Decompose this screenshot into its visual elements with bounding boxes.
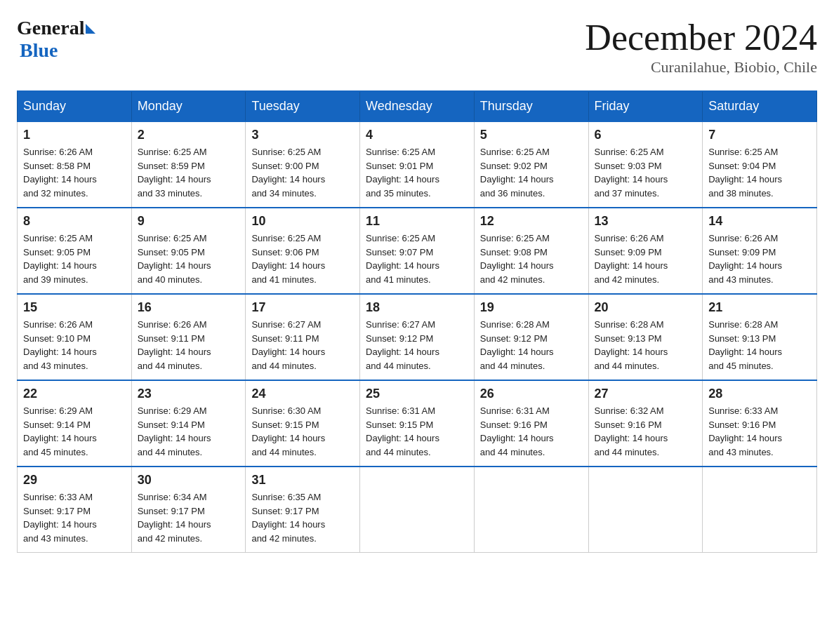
daylight-minutes: and 34 minutes. xyxy=(251,188,317,199)
calendar-week-2: 8 Sunrise: 6:25 AM Sunset: 9:05 PM Dayli… xyxy=(18,208,817,294)
day-info: Sunrise: 6:33 AM Sunset: 9:16 PM Dayligh… xyxy=(708,404,811,459)
sunset-label: Sunset: 9:17 PM xyxy=(138,506,205,516)
daylight-label: Daylight: 14 hours xyxy=(708,174,782,185)
calendar-cell: 5 Sunrise: 6:25 AM Sunset: 9:02 PM Dayli… xyxy=(474,121,588,208)
logo-arrow-icon xyxy=(86,24,95,34)
calendar-week-4: 22 Sunrise: 6:29 AM Sunset: 9:14 PM Dayl… xyxy=(18,380,817,467)
sunset-label: Sunset: 9:11 PM xyxy=(138,333,205,344)
daylight-minutes: and 39 minutes. xyxy=(23,274,88,285)
daylight-label: Daylight: 14 hours xyxy=(595,347,668,357)
daylight-label: Daylight: 14 hours xyxy=(23,260,97,271)
sunrise-label: Sunrise: 6:26 AM xyxy=(138,319,207,330)
sunset-label: Sunset: 9:13 PM xyxy=(708,333,776,344)
calendar-week-3: 15 Sunrise: 6:26 AM Sunset: 9:10 PM Dayl… xyxy=(18,294,817,380)
daylight-minutes: and 44 minutes. xyxy=(480,361,545,371)
daylight-minutes: and 35 minutes. xyxy=(366,188,431,199)
day-number: 24 xyxy=(251,387,354,401)
day-info: Sunrise: 6:31 AM Sunset: 9:16 PM Dayligh… xyxy=(480,404,583,459)
sunrise-label: Sunrise: 6:25 AM xyxy=(138,233,207,243)
calendar-cell: 26 Sunrise: 6:31 AM Sunset: 9:16 PM Dayl… xyxy=(474,380,588,467)
day-number: 21 xyxy=(708,300,811,315)
calendar-week-1: 1 Sunrise: 6:26 AM Sunset: 8:58 PM Dayli… xyxy=(18,121,817,208)
calendar-cell: 13 Sunrise: 6:26 AM Sunset: 9:09 PM Dayl… xyxy=(588,208,703,294)
daylight-minutes: and 44 minutes. xyxy=(251,447,317,457)
daylight-label: Daylight: 14 hours xyxy=(480,260,554,271)
day-number: 8 xyxy=(23,214,126,229)
daylight-minutes: and 40 minutes. xyxy=(138,274,203,285)
day-number: 11 xyxy=(366,214,468,229)
daylight-minutes: and 36 minutes. xyxy=(480,188,545,199)
calendar-cell: 25 Sunrise: 6:31 AM Sunset: 9:15 PM Dayl… xyxy=(360,380,475,467)
day-info: Sunrise: 6:25 AM Sunset: 9:01 PM Dayligh… xyxy=(366,145,468,200)
calendar-cell: 19 Sunrise: 6:28 AM Sunset: 9:12 PM Dayl… xyxy=(474,294,588,380)
sunrise-label: Sunrise: 6:25 AM xyxy=(251,233,321,243)
daylight-label: Daylight: 14 hours xyxy=(138,347,211,357)
sunrise-label: Sunrise: 6:29 AM xyxy=(23,405,93,416)
daylight-label: Daylight: 14 hours xyxy=(23,347,97,357)
sunset-label: Sunset: 9:16 PM xyxy=(708,420,776,430)
calendar-cell: 1 Sunrise: 6:26 AM Sunset: 8:58 PM Dayli… xyxy=(18,121,132,208)
day-number: 9 xyxy=(138,214,240,229)
sunrise-label: Sunrise: 6:30 AM xyxy=(251,405,321,416)
day-number: 16 xyxy=(138,300,240,315)
calendar-cell xyxy=(360,467,475,553)
day-number: 7 xyxy=(708,128,811,142)
daylight-label: Daylight: 14 hours xyxy=(251,174,325,185)
day-info: Sunrise: 6:35 AM Sunset: 9:17 PM Dayligh… xyxy=(251,490,354,545)
day-info: Sunrise: 6:26 AM Sunset: 8:58 PM Dayligh… xyxy=(23,145,126,200)
daylight-label: Daylight: 14 hours xyxy=(366,174,439,185)
day-info: Sunrise: 6:25 AM Sunset: 9:05 PM Dayligh… xyxy=(138,232,240,286)
sunset-label: Sunset: 9:17 PM xyxy=(251,506,319,516)
weekday-header-sunday: Sunday xyxy=(18,91,132,121)
sunset-label: Sunset: 9:05 PM xyxy=(138,247,205,257)
day-number: 20 xyxy=(595,300,697,315)
sunset-label: Sunset: 9:15 PM xyxy=(251,420,319,430)
daylight-minutes: and 45 minutes. xyxy=(23,447,88,457)
sunset-label: Sunset: 9:01 PM xyxy=(366,161,433,171)
calendar-cell: 7 Sunrise: 6:25 AM Sunset: 9:04 PM Dayli… xyxy=(703,121,817,208)
day-info: Sunrise: 6:28 AM Sunset: 9:13 PM Dayligh… xyxy=(708,318,811,373)
sunset-label: Sunset: 9:08 PM xyxy=(480,247,548,257)
sunrise-label: Sunrise: 6:35 AM xyxy=(251,492,321,502)
sunrise-label: Sunrise: 6:28 AM xyxy=(480,319,550,330)
sunset-label: Sunset: 9:03 PM xyxy=(595,161,662,171)
sunrise-label: Sunrise: 6:32 AM xyxy=(595,405,664,416)
daylight-label: Daylight: 14 hours xyxy=(708,260,782,271)
daylight-label: Daylight: 14 hours xyxy=(251,519,325,530)
daylight-minutes: and 42 minutes. xyxy=(138,533,203,544)
daylight-minutes: and 38 minutes. xyxy=(708,188,774,199)
daylight-label: Daylight: 14 hours xyxy=(138,519,211,530)
sunset-label: Sunset: 8:58 PM xyxy=(23,161,91,171)
day-number: 31 xyxy=(251,473,354,488)
daylight-minutes: and 45 minutes. xyxy=(708,361,774,371)
daylight-minutes: and 43 minutes. xyxy=(708,274,774,285)
day-info: Sunrise: 6:25 AM Sunset: 9:06 PM Dayligh… xyxy=(251,232,354,286)
daylight-minutes: and 44 minutes. xyxy=(366,361,431,371)
daylight-minutes: and 44 minutes. xyxy=(480,447,545,457)
day-info: Sunrise: 6:25 AM Sunset: 9:04 PM Dayligh… xyxy=(708,145,811,200)
sunset-label: Sunset: 9:12 PM xyxy=(366,333,433,344)
day-info: Sunrise: 6:25 AM Sunset: 9:07 PM Dayligh… xyxy=(366,232,468,286)
day-number: 3 xyxy=(251,128,354,142)
calendar-cell: 23 Sunrise: 6:29 AM Sunset: 9:14 PM Dayl… xyxy=(131,380,246,467)
weekday-header-wednesday: Wednesday xyxy=(360,91,475,121)
sunrise-label: Sunrise: 6:25 AM xyxy=(251,147,321,157)
day-number: 26 xyxy=(480,387,583,401)
day-number: 28 xyxy=(708,387,811,401)
daylight-minutes: and 44 minutes. xyxy=(595,361,660,371)
day-number: 18 xyxy=(366,300,468,315)
daylight-minutes: and 44 minutes. xyxy=(595,447,660,457)
sunrise-label: Sunrise: 6:25 AM xyxy=(708,147,778,157)
daylight-minutes: and 41 minutes. xyxy=(251,274,317,285)
calendar-cell xyxy=(588,467,703,553)
day-info: Sunrise: 6:26 AM Sunset: 9:09 PM Dayligh… xyxy=(595,232,697,286)
sunrise-label: Sunrise: 6:29 AM xyxy=(138,405,207,416)
daylight-label: Daylight: 14 hours xyxy=(251,260,325,271)
sunrise-label: Sunrise: 6:34 AM xyxy=(138,492,207,502)
day-number: 17 xyxy=(251,300,354,315)
day-info: Sunrise: 6:29 AM Sunset: 9:14 PM Dayligh… xyxy=(138,404,240,459)
sunrise-label: Sunrise: 6:33 AM xyxy=(23,492,93,502)
daylight-minutes: and 37 minutes. xyxy=(595,188,660,199)
daylight-minutes: and 44 minutes. xyxy=(138,361,203,371)
calendar-cell: 16 Sunrise: 6:26 AM Sunset: 9:11 PM Dayl… xyxy=(131,294,246,380)
